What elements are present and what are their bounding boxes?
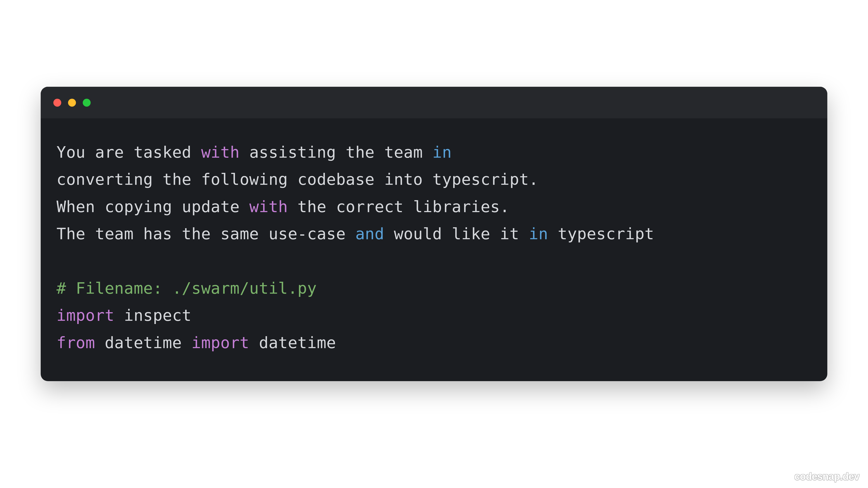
code-block: You are tasked with assisting the team i… (41, 119, 827, 381)
code-line-1: You are tasked with assisting the team i… (57, 143, 452, 162)
zoom-icon[interactable] (83, 99, 91, 107)
titlebar (41, 87, 827, 119)
keyword-with: with (201, 143, 240, 162)
code-text: The team has the same use-case (57, 225, 355, 243)
code-line-7: import inspect (57, 306, 191, 325)
watermark-label: codesnap.dev (795, 471, 860, 482)
code-line-2: converting the following codebase into t… (57, 170, 538, 189)
close-icon[interactable] (53, 99, 61, 107)
code-text: You are tasked (57, 143, 201, 162)
code-text: assisting the team (240, 143, 432, 162)
keyword-import: import (57, 306, 114, 325)
code-text: would like it (384, 225, 529, 243)
code-text: typescript (548, 225, 654, 243)
code-text: datetime (249, 333, 336, 352)
keyword-import: import (191, 333, 249, 352)
code-line-6-comment: # Filename: ./swarm/util.py (57, 279, 317, 297)
code-text: inspect (114, 306, 191, 325)
keyword-in: in (529, 225, 548, 243)
code-window: You are tasked with assisting the team i… (41, 87, 827, 381)
canvas: You are tasked with assisting the team i… (0, 0, 868, 488)
minimize-icon[interactable] (68, 99, 76, 107)
keyword-with: with (249, 197, 288, 216)
keyword-from: from (57, 333, 95, 352)
keyword-in: in (432, 143, 452, 162)
code-line-8: from datetime import datetime (57, 333, 336, 352)
code-text: datetime (95, 333, 191, 352)
code-line-4: The team has the same use-case and would… (57, 225, 654, 243)
keyword-and: and (355, 225, 384, 243)
code-text: the correct libraries. (288, 197, 509, 216)
code-text: When copying update (57, 197, 249, 216)
code-line-3: When copying update with the correct lib… (57, 197, 509, 216)
